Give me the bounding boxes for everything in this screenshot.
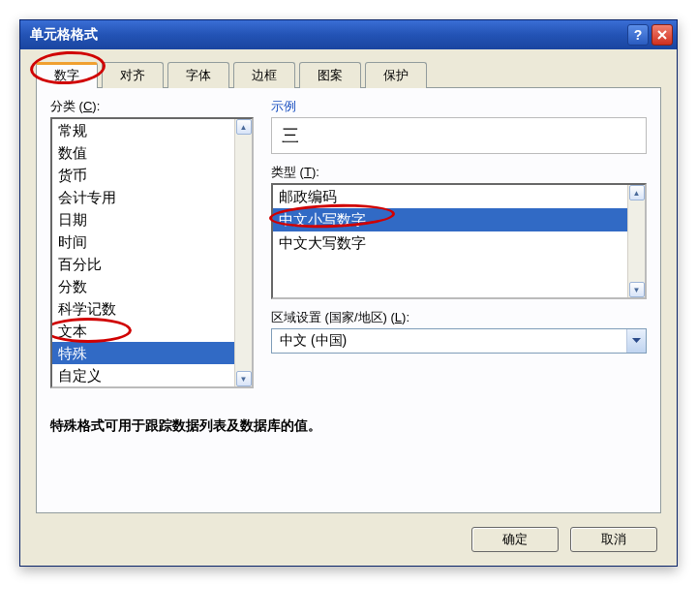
window-title: 单元格格式: [30, 26, 624, 44]
close-button[interactable]: [652, 24, 673, 46]
list-item[interactable]: 会计专用: [52, 186, 234, 208]
tabpanel-number: 分类 (C): 常规 数值 货币 会计专用 日期 时间 百分比 分数 科学: [36, 87, 661, 513]
tab-alignment[interactable]: 对齐: [102, 62, 164, 88]
close-icon: [656, 29, 668, 41]
titlebar[interactable]: 单元格格式 ?: [20, 20, 677, 49]
scroll-up-icon[interactable]: ▲: [236, 119, 252, 135]
list-item[interactable]: 文本: [52, 320, 234, 342]
cancel-button[interactable]: 取消: [570, 527, 657, 552]
list-item[interactable]: 数值: [52, 141, 234, 164]
tab-border[interactable]: 边框: [233, 62, 295, 88]
tab-number[interactable]: 数字: [36, 62, 98, 88]
list-item[interactable]: 中文小写数字: [273, 208, 627, 231]
list-item[interactable]: 分数: [52, 275, 234, 297]
scroll-up-icon[interactable]: ▲: [629, 185, 645, 200]
list-item[interactable]: 常规: [52, 119, 234, 141]
scrollbar[interactable]: ▲ ▼: [627, 185, 645, 297]
tab-font[interactable]: 字体: [167, 62, 229, 88]
type-listbox[interactable]: 邮政编码 中文小写数字 中文大写数字 ▲ ▼: [271, 183, 647, 299]
scroll-down-icon[interactable]: ▼: [236, 371, 252, 386]
locale-combobox[interactable]: 中文 (中国): [271, 328, 647, 354]
tab-protection[interactable]: 保护: [365, 62, 427, 88]
dialog-buttons: 确定 取消: [36, 527, 661, 552]
sample-box: 三: [271, 117, 647, 154]
category-listbox[interactable]: 常规 数值 货币 会计专用 日期 时间 百分比 分数 科学记数 文本 特殊 自定…: [50, 117, 254, 388]
list-item[interactable]: 特殊: [52, 342, 234, 364]
locale-label: 区域设置 (国家/地区) (L):: [271, 309, 647, 326]
scroll-down-icon[interactable]: ▼: [629, 282, 645, 297]
dialog-format-cells: 单元格格式 ? 数字 对齐 字体 边框 图案 保护 分类 (C):: [19, 19, 678, 567]
type-label: 类型 (T):: [271, 164, 647, 181]
sample-label: 示例: [271, 98, 647, 115]
list-item[interactable]: 中文大写数字: [273, 231, 627, 255]
category-label: 分类 (C):: [50, 98, 254, 115]
chevron-down-icon[interactable]: [626, 329, 646, 353]
list-item[interactable]: 邮政编码: [273, 185, 627, 208]
tab-strip: 数字 对齐 字体 边框 图案 保护: [36, 61, 661, 87]
list-item[interactable]: 自定义: [52, 364, 234, 386]
list-item[interactable]: 百分比: [52, 253, 234, 275]
dialog-body: 数字 对齐 字体 边框 图案 保护 分类 (C): 常规 数值 货币: [20, 49, 677, 566]
list-item[interactable]: 时间: [52, 231, 234, 253]
list-item[interactable]: 科学记数: [52, 297, 234, 320]
ok-button[interactable]: 确定: [471, 527, 559, 552]
list-item[interactable]: 日期: [52, 208, 234, 231]
tab-pattern[interactable]: 图案: [299, 62, 361, 88]
help-button[interactable]: ?: [627, 24, 649, 46]
scrollbar[interactable]: ▲ ▼: [234, 119, 252, 386]
sample-value: 三: [282, 126, 299, 145]
description-text: 特殊格式可用于跟踪数据列表及数据库的值。: [50, 417, 647, 435]
locale-value: 中文 (中国): [272, 332, 626, 350]
list-item[interactable]: 货币: [52, 164, 234, 186]
